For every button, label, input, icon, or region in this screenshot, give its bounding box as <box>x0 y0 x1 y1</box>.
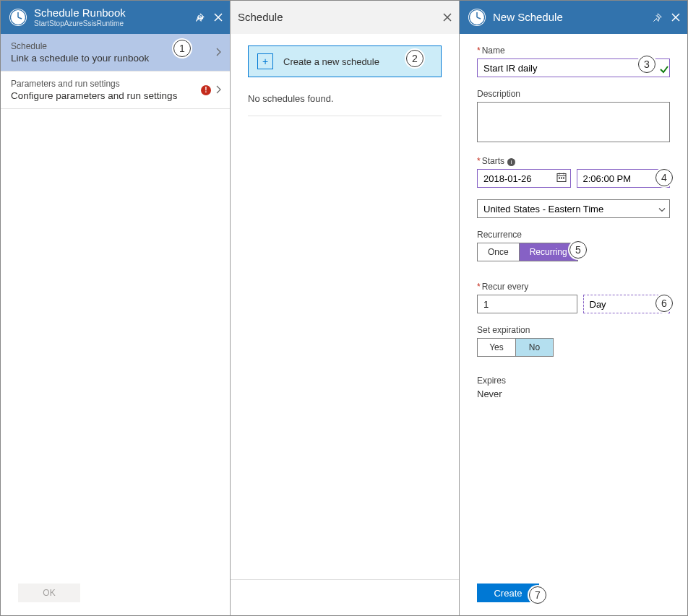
expiration-yes[interactable]: Yes <box>478 339 515 356</box>
pin-icon[interactable] <box>651 12 663 23</box>
callout-5: 5 <box>569 241 587 259</box>
starts-date-input[interactable] <box>477 169 571 188</box>
expiration-no[interactable]: No <box>515 339 553 356</box>
recur-every-field-group: *Recur every Day 6 <box>477 282 670 313</box>
no-schedules-text: No schedules found. <box>248 90 442 116</box>
info-icon[interactable]: i <box>507 158 515 166</box>
set-expiration-field-group: Set expiration Yes No <box>477 325 670 357</box>
nav-schedule-title: Link a schedule to your runbook <box>11 53 149 64</box>
nav-schedule-label: Schedule <box>11 41 149 51</box>
pane3-header: New Schedule <box>460 1 687 34</box>
recurrence-once[interactable]: Once <box>478 243 519 261</box>
recurrence-segmented: Once Recurring <box>477 243 578 261</box>
close-icon[interactable] <box>670 12 681 23</box>
callout-4: 4 <box>655 169 673 186</box>
set-expiration-label: Set expiration <box>477 325 670 335</box>
recurrence-field-group: Recurrence Once Recurring 5 <box>477 230 670 261</box>
nav-schedule[interactable]: Schedule Link a schedule to your runbook… <box>1 34 230 71</box>
expiration-segmented: Yes No <box>477 338 554 357</box>
recur-every-label: Recur every <box>482 282 529 292</box>
create-new-schedule-label: Create a new schedule <box>283 56 379 67</box>
name-label: Name <box>482 45 505 56</box>
starts-field-group: *Startsi 4 <box>477 156 670 188</box>
callout-6: 6 <box>655 295 673 312</box>
chevron-right-icon <box>215 84 224 97</box>
ok-button[interactable]: OK <box>18 584 80 602</box>
new-schedule-pane: New Schedule *Name 3 Descr <box>460 1 687 615</box>
description-field-group: Description <box>477 89 670 144</box>
pane3-title: New Schedule <box>493 12 651 24</box>
create-new-schedule-button[interactable]: + Create a new schedule 2 <box>248 45 442 77</box>
callout-2: 2 <box>406 50 423 67</box>
timezone-field-group: United States - Eastern Time <box>477 199 670 218</box>
chevron-right-icon <box>215 46 224 59</box>
recurrence-label: Recurrence <box>477 230 670 240</box>
description-input[interactable] <box>477 102 670 142</box>
pane2-title: Schedule <box>238 12 442 24</box>
expires-label: Expires <box>477 376 670 386</box>
callout-7: 7 <box>529 586 546 604</box>
starts-label: Starts <box>482 156 504 166</box>
clock-icon <box>467 7 487 27</box>
pane1-subtitle: StartStopAzureSsisRuntime <box>34 19 194 27</box>
pin-icon[interactable] <box>194 12 205 23</box>
name-field-group: *Name 3 <box>477 45 670 77</box>
nav-params-label: Parameters and run settings <box>11 79 177 89</box>
recur-value-input[interactable] <box>477 295 577 313</box>
check-icon <box>657 61 671 78</box>
nav-params-title: Configure parameters and run settings <box>11 90 177 101</box>
expires-field-group: Expires Never <box>477 376 670 399</box>
recurrence-recurring[interactable]: Recurring <box>519 243 577 261</box>
pane1-header: Schedule Runbook StartStopAzureSsisRunti… <box>1 1 230 34</box>
schedule-pane: Schedule + Create a new schedule 2 No sc… <box>231 1 460 615</box>
callout-1: 1 <box>173 40 191 57</box>
timezone-select[interactable]: United States - Eastern Time <box>477 199 670 218</box>
nav-parameters[interactable]: Parameters and run settings Configure pa… <box>1 71 230 109</box>
expires-value: Never <box>477 389 670 399</box>
close-icon[interactable] <box>212 12 224 23</box>
plus-icon: + <box>257 53 273 69</box>
description-label: Description <box>477 89 670 99</box>
pane1-title: Schedule Runbook <box>34 7 194 19</box>
pane2-header: Schedule <box>231 1 459 34</box>
alert-icon: ! <box>201 85 211 95</box>
close-icon[interactable] <box>442 12 453 23</box>
callout-3: 3 <box>638 56 655 73</box>
schedule-runbook-pane: Schedule Runbook StartStopAzureSsisRunti… <box>1 1 231 615</box>
clock-icon <box>8 7 28 27</box>
